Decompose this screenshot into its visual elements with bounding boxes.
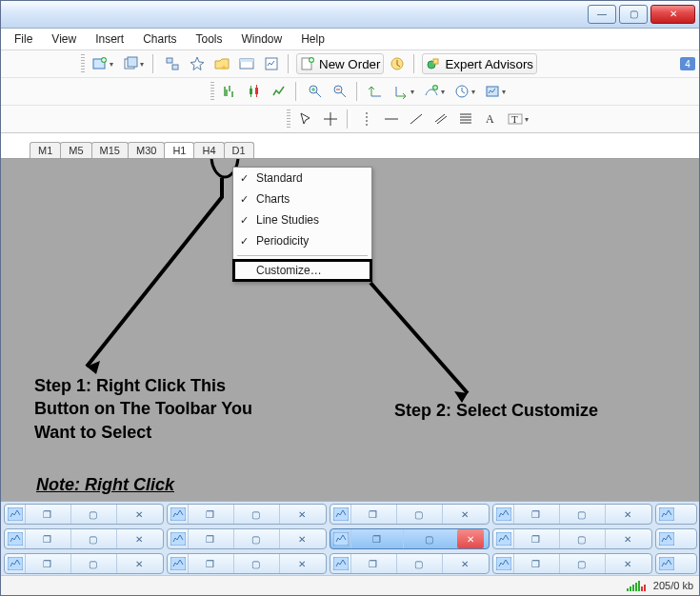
tf-m30[interactable]: M30 [128,142,165,158]
mdi-restore-button[interactable]: ❐ [350,529,401,548]
mdi-child-window[interactable] [655,504,697,525]
zoom-in-button[interactable] [304,81,327,102]
mailbox-badge[interactable]: 4 [680,57,695,70]
cursor-button[interactable] [294,109,317,129]
tf-m1[interactable]: M1 [30,142,61,158]
new-order-button[interactable]: New Order [296,53,384,74]
mdi-maximize-button[interactable]: ▢ [559,505,603,524]
ctx-customize[interactable]: Customize… [233,260,371,281]
crosshair-button[interactable] [319,109,342,129]
mdi-child-window[interactable]: ❐▢✕ [492,528,652,549]
mdi-close-button[interactable]: ✕ [279,505,323,524]
mdi-child-window[interactable] [655,528,697,549]
menu-charts[interactable]: Charts [135,30,184,48]
tf-m5[interactable]: M5 [60,142,91,158]
mdi-close-button[interactable]: ✕ [605,529,649,548]
mdi-restore-button[interactable]: ❐ [350,554,394,573]
toolbar-grip-icon[interactable] [210,82,214,101]
chart-shift-button[interactable]: ▾ [390,81,418,102]
mdi-child-window[interactable] [655,553,697,574]
mdi-maximize-button[interactable]: ▢ [559,554,603,573]
new-chart-button[interactable]: ▾ [89,53,117,74]
mdi-close-button[interactable]: ✕ [279,554,323,573]
mdi-maximize-button[interactable]: ▢ [403,529,453,548]
toolbar-grip-icon[interactable] [287,109,290,129]
profiles-button[interactable]: ▾ [119,53,148,74]
mdi-close-button[interactable]: ✕ [442,554,486,573]
ctx-standard[interactable]: Standard [233,168,371,189]
mdi-maximize-button[interactable]: ▢ [396,554,440,573]
horizontal-line-button[interactable] [380,109,403,129]
mdi-maximize-button[interactable]: ▢ [70,554,114,573]
periods-button[interactable]: ▾ [450,81,479,102]
ctx-charts[interactable]: Charts [233,189,371,209]
mdi-restore-button[interactable]: ❐ [350,505,394,524]
terminal-button[interactable] [235,53,258,74]
strategy-tester-button[interactable] [260,53,283,74]
ctx-line-studies[interactable]: Line Studies [233,209,371,230]
mdi-restore-button[interactable]: ❐ [188,505,231,524]
line-chart-button[interactable] [268,81,290,102]
minimize-button[interactable]: — [588,5,616,24]
maximize-button[interactable]: ▢ [619,5,648,24]
tf-h4[interactable]: H4 [193,142,224,158]
tf-d1[interactable]: D1 [224,142,254,158]
mdi-close-button[interactable]: ✕ [116,505,160,524]
mdi-maximize-button[interactable]: ▢ [396,505,440,524]
menu-insert[interactable]: Insert [88,30,131,48]
mdi-close-button[interactable]: ✕ [116,529,160,548]
templates-button[interactable]: ▾ [481,81,510,102]
tf-m15[interactable]: M15 [91,142,129,158]
mdi-restore-button[interactable]: ❐ [188,554,231,573]
toolbar-grip-icon[interactable] [81,54,85,73]
expert-advisors-button[interactable]: Expert Advisors [422,53,537,74]
mdi-child-window[interactable]: ❐▢✕ [4,553,164,574]
mdi-restore-button[interactable]: ❐ [513,554,557,573]
ctx-periodicity[interactable]: Periodicity [233,230,371,251]
zoom-out-button[interactable] [329,81,351,102]
mdi-restore-button[interactable]: ❐ [25,505,69,524]
mdi-child-window[interactable]: ❐▢✕ [4,504,164,525]
mdi-restore-button[interactable]: ❐ [25,529,69,548]
text-button[interactable]: A [479,109,502,129]
vertical-line-button[interactable] [355,109,378,129]
market-watch-button[interactable] [161,53,184,74]
mdi-maximize-button[interactable]: ▢ [233,529,277,548]
mdi-restore-button[interactable]: ❐ [513,529,557,548]
trendline-button[interactable] [405,109,428,129]
mdi-restore-button[interactable]: ❐ [513,505,557,524]
mdi-child-window[interactable]: ❐▢✕ [167,504,327,525]
channel-button[interactable] [430,109,452,129]
mdi-restore-button[interactable]: ❐ [188,529,231,548]
mdi-child-window[interactable]: ❐▢✕ [330,504,490,525]
mdi-maximize-button[interactable]: ▢ [233,505,277,524]
mdi-close-button[interactable]: ✕ [457,529,484,548]
mdi-maximize-button[interactable]: ▢ [559,529,603,548]
navigator-button[interactable] [186,53,209,74]
menu-tools[interactable]: Tools [189,30,230,48]
indicators-button[interactable]: ▾ [420,81,449,102]
mdi-child-window[interactable]: ❐▢✕ [167,528,327,549]
mdi-close-button[interactable]: ✕ [605,554,649,573]
mdi-maximize-button[interactable]: ▢ [70,505,114,524]
mdi-close-button[interactable]: ✕ [279,529,323,548]
mdi-child-window[interactable]: ❐▢✕ [330,553,490,574]
auto-scroll-button[interactable] [365,81,388,102]
tf-h1[interactable]: H1 [164,142,194,158]
menu-window[interactable]: Window [234,30,290,48]
mdi-child-window[interactable]: ❐▢✕ [167,553,327,574]
bar-chart-button[interactable] [218,81,241,102]
close-button[interactable]: ✕ [650,5,695,24]
fibonacci-button[interactable] [454,109,477,129]
mdi-child-window[interactable]: ❐▢✕ [492,553,652,574]
data-window-button[interactable] [210,53,233,74]
menu-view[interactable]: View [44,30,84,48]
mdi-child-window[interactable]: ❐▢✕ [492,504,652,525]
mdi-close-button[interactable]: ✕ [442,505,486,524]
menu-file[interactable]: File [7,30,40,48]
text-label-button[interactable]: T▾ [504,109,532,129]
candlesticks-button[interactable] [243,81,266,102]
mdi-restore-button[interactable]: ❐ [25,554,69,573]
mdi-close-button[interactable]: ✕ [116,554,160,573]
autotrading-button[interactable] [386,53,409,74]
